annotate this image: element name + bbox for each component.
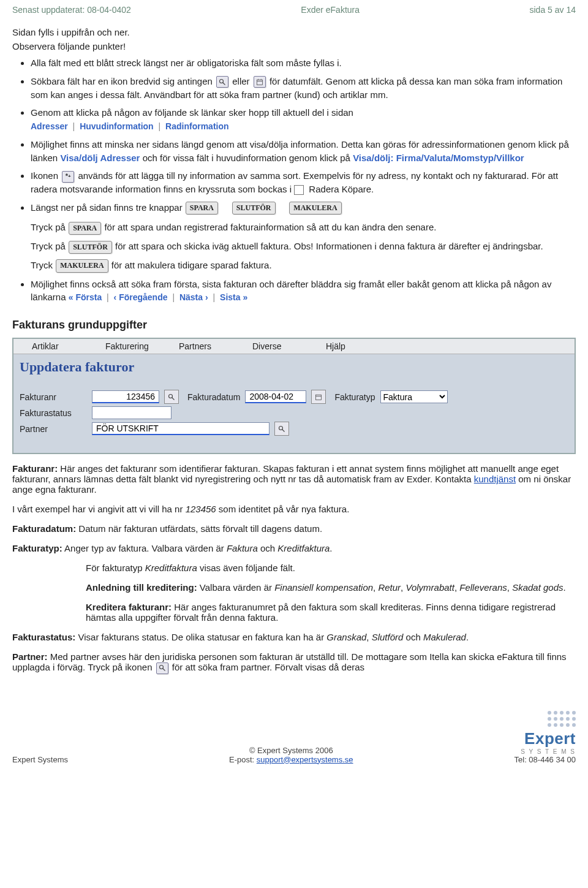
svg-point-13 [159, 666, 163, 669]
logo-dots-icon [548, 711, 576, 727]
svg-point-7 [169, 394, 173, 398]
menu-partners[interactable]: Partners [179, 341, 252, 351]
anl-2: Volymrabatt [405, 582, 454, 593]
form-title: Uppdatera fakturor [13, 354, 575, 380]
label-fakturanr: Fakturanr [20, 392, 87, 402]
nav-last[interactable]: Sista » [220, 292, 247, 302]
header-updated: Senast uppdaterat: 08-04-0402 [12, 5, 131, 15]
select-fakturatyp[interactable]: Faktura [380, 390, 448, 403]
label-fakturatyp: Fakturatyp [331, 392, 375, 402]
footer-email-link[interactable]: support@expertsystems.se [257, 755, 353, 764]
input-fakturastatus[interactable] [92, 406, 172, 419]
nav-prev[interactable]: ‹ Föregående [114, 292, 168, 302]
para-kreditfaktura-note: För fakturatyp Kreditfaktura visas även … [86, 563, 576, 573]
input-partner[interactable] [92, 422, 270, 435]
svg-point-0 [220, 79, 224, 83]
makulera-button-2[interactable]: MAKULERA [56, 259, 108, 272]
fstatus-label: Fakturastatus: [12, 632, 75, 642]
footer-email-label: E-post: [229, 755, 257, 764]
fstatus-text-a: Visar fakturans status. De olika statusa… [78, 632, 327, 642]
search-partner-icon[interactable] [274, 422, 289, 436]
and-1: och [260, 543, 277, 553]
para-fakturatyp: Fakturatyp: Anger typ av faktura. Valbar… [12, 543, 576, 553]
link-adresser[interactable]: Adresser [31, 121, 68, 131]
bullet-3-text: Genom att klicka på någon av följande sk… [31, 107, 353, 118]
fakturatyp-text-a: Anger typ av faktura. Valbara värden är [64, 543, 227, 553]
label-fakturadatum: Fakturadatum [184, 392, 240, 402]
bullet-3: Genom att klicka på någon av följande sk… [31, 106, 576, 133]
input-fakturanr[interactable] [92, 390, 159, 403]
header-page: sida 5 av 14 [530, 5, 576, 15]
kundtjanst-link[interactable]: kundtjänst [474, 474, 516, 484]
search-fakturanr-icon[interactable] [164, 390, 179, 404]
bullet-6-text: Längst ner på sidan finns tre knappar [31, 202, 185, 213]
link-huvudinfo[interactable]: Huvudinformation [80, 121, 154, 131]
calendar-icon [254, 76, 266, 88]
nav-first[interactable]: « Första [69, 292, 102, 302]
bullet-1: Alla fält med ett blått streck längst ne… [31, 56, 576, 70]
visa-dolj-firma-link[interactable]: Visa/dölj: Firma/Valuta/Momstyp/Villkor [353, 153, 524, 163]
anledning-a: Valbara värden är [200, 582, 274, 593]
ftyp-line: För fakturatyp [86, 563, 145, 573]
label-fakturastatus: Fakturastatus [20, 408, 87, 418]
para-anledning: Anledning till kreditering: Valbara värd… [86, 582, 576, 593]
example-nr: 123456 [186, 504, 216, 514]
bullet-2-text-a: Sökbara fält har en ikon bredvid sig ant… [31, 76, 215, 86]
svg-line-14 [162, 669, 165, 671]
radera-kopare-label: Radera Köpare [306, 184, 371, 194]
dot: . [371, 184, 374, 194]
bullet-5: Ikonen *+ används för att lägga till ny … [31, 169, 576, 196]
calendar-fakturadatum-icon[interactable] [311, 390, 326, 404]
bullet-5-text-a: Ikonen [31, 170, 61, 181]
footer-tel: Tel: 08-446 34 00 [514, 755, 576, 764]
b8a: Tryck på [31, 241, 68, 251]
para-example: I vårt exempel har vi angivit att vi vil… [12, 504, 576, 514]
link-radinfo[interactable]: Radinformation [165, 121, 228, 131]
anl-1: Retur [378, 582, 401, 593]
example-a: I vårt exempel har vi angivit att vi vil… [12, 504, 186, 514]
fakturadatum-label: Fakturadatum: [12, 523, 76, 534]
bullet-6: Längst ner på sidan finns tre knappar SP… [31, 201, 576, 273]
link-bar: Adresser | Huvudinformation | Radinforma… [31, 121, 229, 131]
para-fakturastatus: Fakturastatus: Visar fakturans status. D… [12, 632, 576, 642]
fakturatyp-val-a: Faktura [227, 543, 258, 553]
menu-fakturering[interactable]: Fakturering [105, 341, 179, 351]
input-fakturadatum[interactable] [245, 390, 306, 403]
slutfor-button[interactable]: SLUTFÖR [232, 202, 276, 214]
bullet-4-text-b: och för vissa fält i huvudinformation ge… [143, 153, 353, 163]
form-screenshot: Artiklar Fakturering Partners Diverse Hj… [12, 338, 576, 454]
fakturatyp-val-b: Kreditfaktura [277, 543, 330, 553]
header-product: Exder eFaktura [301, 5, 360, 15]
visa-dolj-adresser-link[interactable]: Visa/dölj Adresser [60, 153, 140, 163]
kreditera-label: Kreditera fakturanr: [86, 602, 172, 612]
fakturadatum-text: Datum när fakturan utfärdats, sätts förv… [78, 523, 322, 534]
menu-artiklar[interactable]: Artiklar [32, 341, 105, 351]
fstatus-1: Slutförd [372, 632, 404, 642]
footer-copyright: © Expert Systems 2006 [68, 746, 514, 755]
fstatus-0: Granskad [326, 632, 366, 642]
nav-next[interactable]: Nästa › [179, 292, 208, 302]
bullet-2: Sökbara fält har en ikon bredvid sig ant… [31, 75, 576, 102]
svg-rect-2 [257, 80, 262, 85]
slutfor-button-2[interactable]: SLUTFÖR [69, 241, 112, 254]
spara-button[interactable]: SPARA [186, 202, 218, 214]
company-logo: Expert S Y S T E M S [514, 711, 576, 755]
bullet-7: Möjlighet finns också att söka fram förs… [31, 278, 576, 305]
svg-line-1 [223, 83, 225, 85]
makulera-button[interactable]: MAKULERA [289, 202, 341, 214]
add-icon: *+ [62, 171, 74, 183]
menu-hjalp[interactable]: Hjälp [326, 341, 399, 351]
intro-line-1: Sidan fylls i uppifrån och ner. [12, 27, 576, 37]
logo-sub: S Y S T E M S [514, 748, 576, 755]
spara-button-2[interactable]: SPARA [69, 222, 101, 235]
page-header: Senast uppdaterat: 08-04-0402 Exder eFak… [12, 5, 576, 15]
bullet-2-or: eller [232, 76, 252, 86]
svg-line-12 [282, 429, 285, 431]
svg-rect-9 [316, 395, 322, 400]
b7a: Tryck på [31, 222, 68, 232]
page-footer: Expert Systems © Expert Systems 2006 E-p… [12, 711, 576, 764]
b9a: Tryck [31, 260, 55, 270]
radera-kopare-box: Radera Köpare [294, 184, 371, 194]
menu-diverse[interactable]: Diverse [252, 341, 326, 351]
partner-label: Partner: [12, 651, 48, 662]
